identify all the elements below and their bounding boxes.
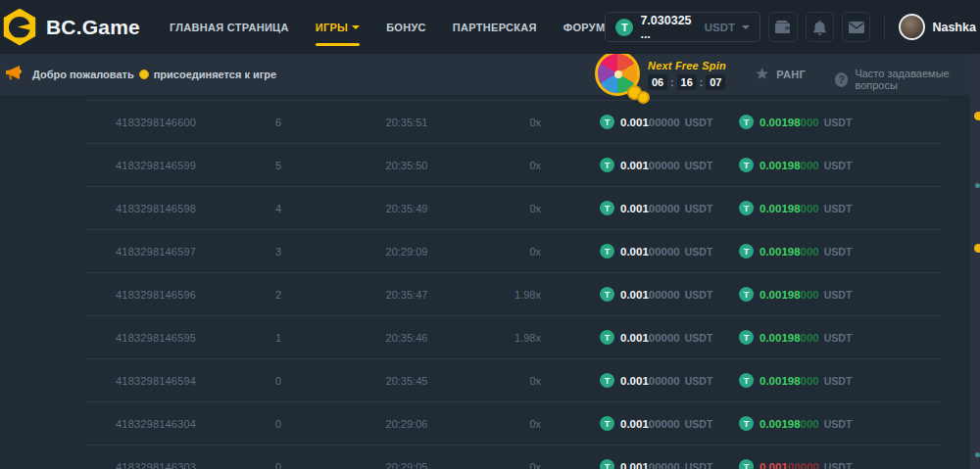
payout-multiplier: 0x [470, 461, 541, 469]
bet-time: 20:29:09 [343, 246, 470, 258]
bet-id: 4183298146599 [116, 160, 214, 171]
payout-currency: USDT [824, 461, 853, 469]
payout-amount: T 0.00100000USDT [727, 459, 913, 469]
payout-multiplier: 0x [470, 117, 541, 128]
notifications-button[interactable] [806, 12, 834, 42]
table-row[interactable]: 4183298146596 2 20:35:47 1.98x T 0.00100… [86, 272, 943, 315]
table-row[interactable]: 4183298146594 0 20:35:45 0x T 0.00100000… [86, 358, 943, 401]
bet-time: 20:35:45 [343, 375, 470, 387]
bet-amount-trailing: 00000 [649, 246, 680, 258]
payout-amount-trailing: 000 [801, 160, 819, 171]
table-row[interactable]: 4183298146595 1 20:35:46 1.98x T 0.00100… [86, 315, 943, 358]
tether-coin-icon: T [739, 373, 754, 388]
star-icon: ★ [755, 68, 769, 81]
bet-amount-value: 0.001 [620, 117, 649, 128]
bet-currency: USDT [685, 160, 713, 171]
tether-coin-icon: T [600, 158, 614, 172]
tether-coin-icon: T [600, 287, 614, 302]
nav-item-label: ПАРТНЕРСКАЯ [453, 22, 537, 33]
megaphone-icon [4, 64, 23, 85]
bet-amount: T 0.00100000USDT [541, 115, 727, 129]
payout-amount: T 0.00198000USDT [727, 115, 913, 129]
announcement-bar: Добро пожаловать присоединяется к игре N… [0, 54, 980, 95]
announcement-message: Добро пожаловать присоединяется к игре [32, 69, 276, 80]
tether-coin-icon: T [600, 330, 614, 345]
faq-link[interactable]: ? Часто задаваемые вопросы [835, 68, 980, 91]
round-number: 6 [214, 117, 343, 128]
partial-icon [974, 112, 980, 120]
wallet-button[interactable] [768, 12, 797, 42]
bet-id: 4183298146595 [116, 332, 214, 344]
rank-link[interactable]: ★ РАНГ [755, 68, 806, 81]
nav-item-label: ИГРЫ [316, 22, 348, 33]
chevron-down-icon [742, 25, 750, 29]
nav-item-label: ФОРУМ [564, 22, 606, 33]
user-menu[interactable]: Nashka [899, 14, 980, 40]
table-row[interactable]: 4183298146304 0 20:29:06 0x T 0.00100000… [86, 401, 943, 445]
payout-amount-trailing: 00000 [788, 461, 819, 469]
payout-amount-value: 0.00198 [760, 289, 801, 301]
payout-amount-value: 0.00198 [760, 246, 801, 258]
table-row[interactable]: 4183298146303 0 20:29:05 0x T 0.00100000… [86, 445, 943, 469]
wallet-icon [774, 20, 791, 34]
bet-currency: USDT [685, 332, 713, 344]
payout-amount: T 0.00198000USDT [727, 287, 913, 302]
bet-amount: T 0.00100000USDT [541, 373, 727, 388]
nav-item[interactable]: ГЛАВНАЯ СТРАНИЦА [170, 22, 289, 33]
bet-amount-value: 0.001 [620, 418, 649, 430]
messages-button[interactable] [842, 12, 870, 42]
announcement-suffix: присоединяется к игре [154, 69, 276, 80]
payout-amount-trailing: 000 [801, 203, 819, 214]
bc-game-logo[interactable]: BC.Game [2, 9, 140, 46]
partial-icon [974, 244, 980, 253]
bet-currency: USDT [685, 117, 713, 128]
bet-id: 4183298146598 [116, 203, 214, 214]
tether-coin-icon: T [600, 244, 614, 258]
bet-history-table: 4183298146600 6 20:35:51 0x T 0.00100000… [0, 95, 970, 469]
bet-amount: T 0.00100000USDT [541, 416, 727, 431]
bet-amount-trailing: 00000 [649, 461, 680, 469]
payout-amount-value: 0.001 [760, 461, 788, 469]
bet-id: 4183298146600 [116, 117, 214, 128]
user-name: Nashka [932, 21, 975, 34]
table-row[interactable]: 4183298146599 5 20:35:50 0x T 0.00100000… [86, 143, 943, 186]
bet-amount-value: 0.001 [620, 289, 649, 301]
tether-coin-icon: T [739, 115, 754, 129]
payout-amount-value: 0.00198 [760, 375, 801, 387]
payout-currency: USDT [824, 418, 853, 430]
payout-currency: USDT [824, 117, 853, 128]
table-row[interactable]: 4183298146598 4 20:35:49 0x T 0.00100000… [86, 186, 943, 229]
nav-item[interactable]: ПАРТНЕРСКАЯ [453, 22, 537, 33]
top-navigation-bar: BC.Game ГЛАВНАЯ СТРАНИЦА ИГРЫ БОНУС ПАРТ… [0, 0, 980, 54]
table-row[interactable]: 4183298146600 6 20:35:51 0x T 0.00100000… [86, 100, 943, 143]
nav-item[interactable]: ФОРУМ [564, 22, 606, 33]
logo-text: BC.Game [46, 16, 140, 39]
payout-amount-trailing: 000 [801, 289, 819, 301]
tether-coin-icon: T [615, 19, 633, 36]
bet-time: 20:29:05 [343, 461, 470, 469]
tether-coin-icon: T [739, 416, 754, 431]
payout-amount-value: 0.00198 [760, 203, 801, 214]
round-number: 3 [214, 246, 343, 258]
chat-panel-edge[interactable] [970, 54, 980, 469]
bet-id: 4183298146594 [116, 375, 214, 387]
tether-coin-icon: T [739, 158, 754, 172]
payout-amount-trailing: 000 [801, 332, 819, 344]
bet-currency: USDT [685, 203, 713, 214]
balance-selector[interactable]: T 7.030325 ... USDT [605, 12, 760, 42]
payout-amount: T 0.00198000USDT [727, 416, 913, 431]
tether-coin-icon: T [600, 115, 614, 129]
table-row[interactable]: 4183298146597 3 20:29:09 0x T 0.00100000… [86, 229, 943, 272]
payout-multiplier: 0x [470, 418, 541, 430]
nav-item[interactable]: БОНУС [386, 22, 426, 33]
bet-id: 4183298146304 [116, 418, 214, 430]
bet-amount: T 0.00100000USDT [541, 330, 727, 345]
bet-amount: T 0.00100000USDT [541, 201, 727, 215]
free-spin-widget[interactable]: Next Free Spin 06 : 16 : 07 [595, 51, 726, 96]
bet-currency: USDT [685, 375, 713, 387]
bet-amount-trailing: 00000 [649, 203, 680, 214]
payout-currency: USDT [824, 289, 853, 301]
bet-id: 4183298146303 [116, 461, 214, 469]
nav-item[interactable]: ИГРЫ [316, 22, 360, 33]
payout-amount-value: 0.00198 [760, 332, 801, 344]
